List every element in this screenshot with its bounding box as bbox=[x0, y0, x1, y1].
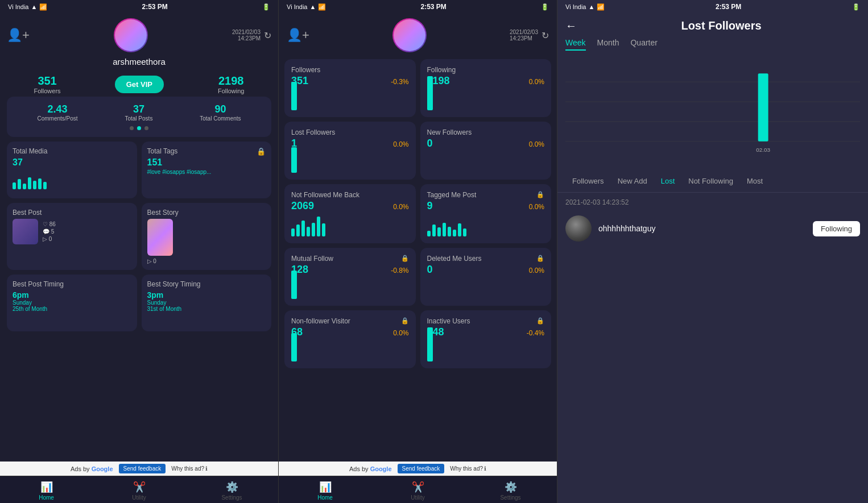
sc-notfollowed-num: 2069 bbox=[291, 200, 314, 212]
timings-row: Best Post Timing 6pm Sunday 25th of Mont… bbox=[7, 275, 271, 331]
post-timing-title: Best Post Timing bbox=[13, 280, 131, 288]
feedback-button-1[interactable]: Send feedback bbox=[119, 464, 166, 473]
panel2-header: 👤+ 2021/02/03 14:23PM ↻ bbox=[279, 14, 557, 55]
tags-text: #love #iosapps #iosapp... bbox=[147, 169, 266, 175]
refresh-icon-2[interactable]: ↻ bbox=[542, 30, 549, 41]
carrier-3: Vi India bbox=[565, 3, 586, 10]
sync-date: 2021/02/03 14:23PM bbox=[232, 29, 261, 41]
subtab-most[interactable]: Most bbox=[740, 174, 770, 188]
settings-label-1: Settings bbox=[221, 494, 242, 501]
status-time-1: 2:53 PM bbox=[142, 3, 168, 11]
followers-stat: 351 Followers bbox=[34, 74, 61, 94]
sc-inactive-title: Inactive Users 🔒 bbox=[427, 317, 545, 325]
follower-username[interactable]: ohhhhhhthatguy bbox=[598, 224, 806, 233]
subtab-notfollowing[interactable]: Not Following bbox=[681, 174, 740, 188]
best-post-title: Best Post bbox=[13, 209, 131, 217]
stat-card-tagged[interactable]: Tagged Me Post 🔒 9 0.0% bbox=[420, 184, 552, 243]
status-bar-3: Vi India ▲ 📶 2:53 PM 🔋 bbox=[557, 0, 868, 14]
nfb-bar-3 bbox=[301, 221, 305, 236]
subtab-followers[interactable]: Followers bbox=[565, 174, 611, 188]
comments-per-post: 2.43 Comments/Post bbox=[37, 103, 77, 122]
stat-card-followers[interactable]: Followers 351 -0.3% bbox=[284, 59, 416, 117]
story-timing-day: Sunday bbox=[147, 300, 266, 306]
stat-card-lost[interactable]: Lost Followers 1 0.0% bbox=[284, 122, 416, 180]
nav-utility-2[interactable]: ✂️ Utility bbox=[371, 481, 464, 501]
total-media-value: 37 bbox=[13, 157, 131, 168]
nav-home-1[interactable]: 📊 Home bbox=[0, 481, 93, 501]
best-story-title: Best Story bbox=[147, 209, 266, 217]
following-badge[interactable]: Following bbox=[813, 221, 860, 236]
battery-icon: 🔋 bbox=[262, 3, 270, 11]
total-media-card[interactable]: Total Media 37 bbox=[7, 142, 137, 198]
sc-mutual-pct: -0.8% bbox=[391, 267, 408, 275]
stat-card-following[interactable]: Following 2198 0.0% bbox=[420, 59, 552, 117]
vip-button[interactable]: Get VIP bbox=[115, 76, 164, 93]
wifi-icon: 📶 bbox=[39, 3, 47, 11]
signal-icon-3: ▲ bbox=[589, 3, 595, 10]
utility-icon-1: ✂️ bbox=[133, 481, 146, 493]
utility-label-1: Utility bbox=[132, 494, 146, 501]
status-left-1: Vi India ▲ 📶 bbox=[8, 3, 47, 11]
tab-quarter[interactable]: Quarter bbox=[630, 38, 657, 51]
story-timing-card[interactable]: Best Story Timing 3pm Sunday 31st of Mon… bbox=[142, 275, 272, 331]
total-tags-title: Total Tags 🔒 bbox=[147, 147, 266, 155]
ads-bar-1: Ads by Google Send feedback Why this ad?… bbox=[0, 462, 278, 476]
nav-settings-1[interactable]: ⚙️ Settings bbox=[185, 481, 278, 501]
bar-5 bbox=[33, 181, 36, 189]
feedback-button-2[interactable]: Send feedback bbox=[398, 464, 445, 473]
best-story-card[interactable]: Best Story ▷ 0 bbox=[142, 203, 272, 270]
best-post-card[interactable]: Best Post ♡ 86 💬 5 ▷ 0 bbox=[7, 203, 137, 270]
dot-1[interactable] bbox=[130, 126, 134, 130]
nfb-bar-1 bbox=[291, 228, 295, 236]
stats-grid: Followers 351 -0.3% Following 2198 0.0% … bbox=[284, 59, 551, 368]
dot-2[interactable] bbox=[137, 126, 141, 130]
lock-icon: 🔒 bbox=[257, 147, 266, 156]
media-bars bbox=[13, 172, 131, 189]
nfb-bar-5 bbox=[312, 223, 315, 237]
bottom-nav-2: 📊 Home ✂️ Utility ⚙️ Settings bbox=[279, 476, 557, 503]
post-timing-card[interactable]: Best Post Timing 6pm Sunday 25th of Mont… bbox=[7, 275, 137, 331]
best-story-image bbox=[147, 219, 173, 256]
stat-card-notfollowed[interactable]: Not Followed Me Back 2069 0.0% bbox=[284, 184, 416, 243]
status-left-3: Vi India ▲ 📶 bbox=[565, 3, 605, 11]
tab-week[interactable]: Week bbox=[565, 38, 586, 51]
settings-icon-2: ⚙️ bbox=[505, 481, 517, 493]
story-timing-time: 3pm bbox=[147, 290, 266, 300]
bottom-nav-1: 📊 Home ✂️ Utility ⚙️ Settings bbox=[0, 476, 278, 503]
add-person-icon[interactable]: 👤+ bbox=[7, 28, 30, 43]
subtab-newadd[interactable]: New Add bbox=[611, 174, 654, 188]
sc-notfollowed-pct: 0.0% bbox=[393, 203, 408, 211]
timestamp: 2021-02-03 14:23:52 bbox=[557, 193, 868, 210]
home-label-1: Home bbox=[39, 494, 54, 501]
stat-card-mutual[interactable]: Mutual Follow 🔒 128 -0.8% bbox=[284, 248, 416, 306]
svg-text:02.03: 02.03 bbox=[756, 147, 770, 153]
total-tags-value: 151 bbox=[147, 157, 266, 168]
post-timing-date: 25th of Month bbox=[13, 306, 131, 312]
follower-row: ohhhhhhthatguy Following bbox=[557, 210, 868, 247]
tab-month[interactable]: Month bbox=[597, 38, 619, 51]
follower-avatar bbox=[565, 215, 592, 242]
total-tags-card[interactable]: Total Tags 🔒 151 #love #iosapps #iosapp.… bbox=[142, 142, 272, 198]
why-ad-1: Why this ad? ℹ bbox=[171, 465, 208, 472]
likes-stat: ♡ 86 bbox=[43, 221, 56, 227]
stat-card-inactive[interactable]: Inactive Users 🔒 248 -0.4% bbox=[420, 310, 552, 368]
home-label-2: Home bbox=[317, 494, 333, 501]
signal-icon: ▲ bbox=[31, 3, 38, 10]
stat-card-deleted[interactable]: Deleted Me Users 🔒 0 0.0% bbox=[420, 248, 552, 306]
nav-utility-1[interactable]: ✂️ Utility bbox=[93, 481, 185, 501]
dot-3[interactable] bbox=[144, 126, 148, 130]
panel-profile: Vi India ▲ 📶 2:53 PM 🔋 👤+ 2021/02/03 14:… bbox=[0, 0, 279, 503]
back-button[interactable]: ← bbox=[565, 19, 577, 32]
carousel-dots bbox=[14, 126, 264, 130]
refresh-icon[interactable]: ↻ bbox=[264, 30, 271, 41]
subtab-lost[interactable]: Lost bbox=[654, 174, 682, 188]
date-refresh-2: 2021/02/03 14:23PM ↻ bbox=[510, 29, 549, 41]
add-person-icon-2[interactable]: 👤+ bbox=[287, 28, 309, 43]
wifi-icon-3: 📶 bbox=[597, 3, 605, 11]
nav-home-2[interactable]: 📊 Home bbox=[279, 481, 371, 501]
stat-card-new[interactable]: New Followers 0 0.0% bbox=[420, 122, 552, 180]
nav-settings-2[interactable]: ⚙️ Settings bbox=[464, 481, 557, 501]
profile-center bbox=[114, 18, 148, 52]
sc-followers-pct: -0.3% bbox=[391, 78, 408, 86]
stat-card-nonfollower[interactable]: Non-follower Visitor 🔒 68 0.0% bbox=[284, 310, 416, 368]
